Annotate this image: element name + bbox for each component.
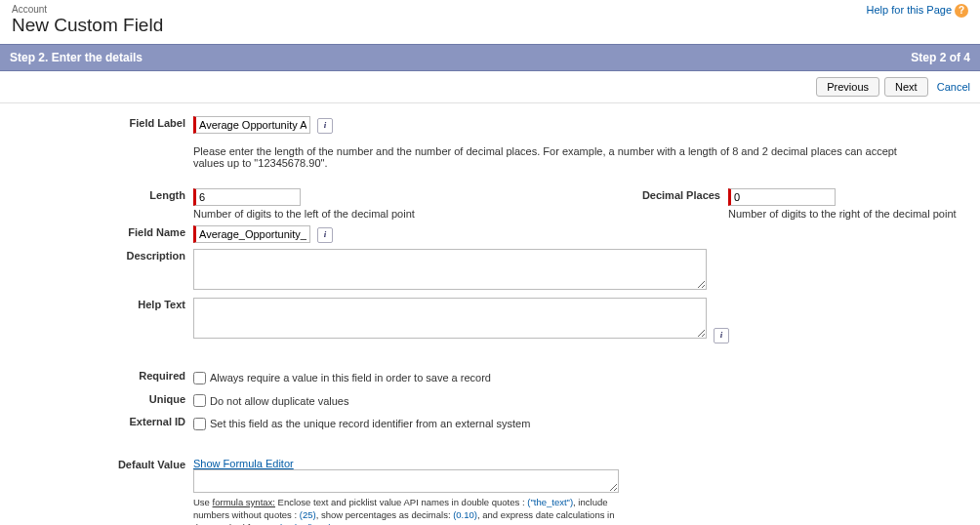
length-sub: Number of digits to the left of the deci… <box>193 206 593 220</box>
label-length: Length <box>0 185 193 222</box>
decimal-places-input[interactable] <box>728 188 836 206</box>
label-required: Required <box>0 366 193 389</box>
label-field-label: Field Label <box>0 113 193 137</box>
external-check-label: Set this field as the unique record iden… <box>210 419 530 430</box>
help-icon: ? <box>955 4 968 18</box>
page-header: Account New Custom Field Help for this P… <box>0 0 980 44</box>
show-formula-editor-link[interactable]: Show Formula Editor <box>193 458 294 469</box>
button-row: Previous Next Cancel <box>0 71 980 102</box>
description-textarea[interactable] <box>193 249 707 290</box>
label-help-text: Help Text <box>0 295 193 346</box>
label-default-value: Default Value <box>0 455 193 525</box>
required-check-label: Always require a value in this field in … <box>210 372 491 384</box>
next-button[interactable]: Next <box>884 77 928 97</box>
breadcrumb: Account <box>12 4 163 15</box>
label-description: Description <box>0 246 193 295</box>
label-unique: Unique <box>0 389 193 413</box>
formula-syntax-help: Use formula syntax: Enclose text and pic… <box>193 495 623 525</box>
field-name-input[interactable] <box>193 225 310 243</box>
external-id-checkbox[interactable] <box>193 418 206 430</box>
info-icon[interactable]: i <box>714 328 729 343</box>
default-value-textarea[interactable] <box>193 469 619 493</box>
help-for-page-link[interactable]: Help for this Page? <box>867 4 968 16</box>
decimal-sub: Number of digits to the right of the dec… <box>728 206 980 220</box>
unique-checkbox[interactable] <box>193 394 206 407</box>
length-input[interactable] <box>193 188 301 206</box>
number-instructions: Please enter the length of the number an… <box>193 140 916 182</box>
step-title: Step 2. Enter the details <box>10 51 143 64</box>
previous-button[interactable]: Previous <box>816 77 879 97</box>
info-icon[interactable]: i <box>317 118 333 134</box>
label-external-id: External ID <box>0 412 193 435</box>
form-body: Field Label i Please enter the length of… <box>0 102 980 525</box>
help-text-textarea[interactable] <box>193 298 707 339</box>
cancel-link[interactable]: Cancel <box>937 81 970 93</box>
step-bar: Step 2. Enter the details Step 2 of 4 <box>0 44 980 71</box>
page-title: New Custom Field <box>12 15 163 36</box>
label-field-name: Field Name <box>0 222 193 246</box>
info-icon[interactable]: i <box>317 227 333 243</box>
unique-check-label: Do not allow duplicate values <box>210 395 348 407</box>
field-label-input[interactable] <box>193 116 310 134</box>
required-checkbox[interactable] <box>193 372 206 384</box>
label-decimal-places: Decimal Places <box>593 185 728 222</box>
step-counter: Step 2 of 4 <box>911 51 970 64</box>
